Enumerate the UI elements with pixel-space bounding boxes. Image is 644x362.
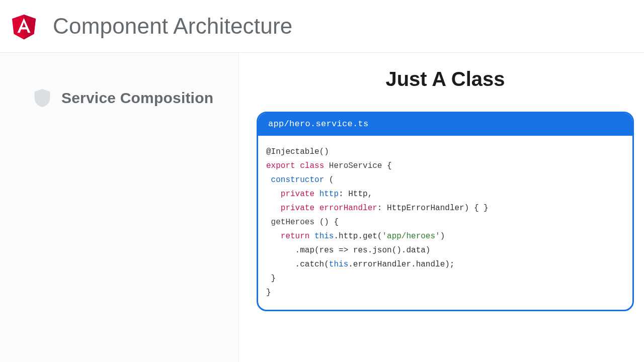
code-prop: errorHandler: [319, 204, 377, 213]
code-kw: private: [281, 204, 314, 213]
code-ctor: constructor: [271, 175, 325, 185]
code-text: }: [266, 288, 271, 297]
code-str: 'app/heroes': [382, 232, 440, 241]
sidebar-item-service-composition[interactable]: Service Composition: [34, 89, 218, 107]
code-text: .map(res => res.json().data): [295, 246, 431, 255]
code-file-path: app/hero.service.ts: [258, 113, 632, 136]
code-line: @Injectable(): [266, 147, 329, 156]
code-this: this: [329, 260, 348, 269]
content-heading: Just A Class: [257, 68, 634, 90]
svg-marker-1: [24, 15, 36, 40]
code-type: HeroService: [329, 161, 382, 170]
code-text: .errorHandler.handle);: [348, 260, 454, 269]
code-kw: class: [300, 161, 324, 170]
sidebar-item-label: Service Composition: [61, 89, 213, 107]
code-text: ): [440, 232, 445, 241]
code-text: (: [324, 175, 334, 185]
code-fn: getHeroes: [271, 218, 314, 227]
code-text: : HttpErrorHandler) { }: [377, 204, 489, 213]
code-kw: return: [281, 232, 310, 241]
code-block: @Injectable() export class HeroService {…: [258, 136, 632, 310]
code-text: .catch(: [295, 260, 329, 269]
code-text: {: [382, 161, 391, 170]
main-content: Just A Class app/hero.service.ts @Inject…: [239, 53, 644, 362]
code-text: () {: [314, 218, 339, 227]
code-this: this: [314, 232, 334, 241]
code-text: }: [271, 274, 276, 283]
code-text: .http.get(: [334, 232, 382, 241]
sidebar: Service Composition: [0, 53, 239, 362]
angular-logo-icon: [10, 12, 38, 41]
code-kw: private: [281, 190, 314, 199]
code-kw: export: [266, 161, 295, 170]
shield-icon: [34, 89, 50, 107]
code-prop: http: [319, 190, 339, 199]
body-container: Service Composition Just A Class app/her…: [0, 53, 644, 362]
page-header: Component Architecture: [0, 0, 644, 53]
code-card: app/hero.service.ts @Injectable() export…: [257, 112, 634, 311]
code-text: : Http,: [339, 190, 372, 199]
page-title: Component Architecture: [53, 14, 292, 39]
